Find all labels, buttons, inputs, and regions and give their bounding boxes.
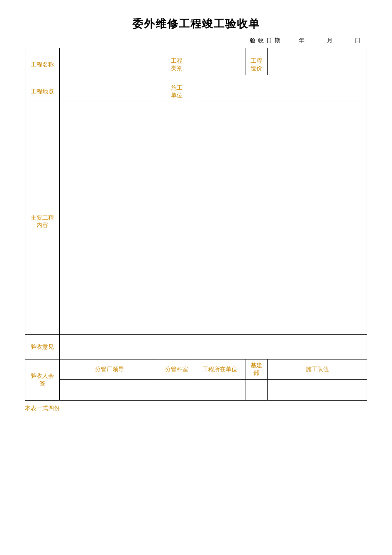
date-year: 年 bbox=[299, 37, 307, 44]
value-sign-dept[interactable] bbox=[159, 380, 194, 401]
table-row-acceptance-opinion: 验收意见 bbox=[25, 335, 367, 359]
page-title: 委外维修工程竣工验收单 bbox=[25, 17, 367, 31]
date-row: 验收日期 年 月 日 bbox=[25, 37, 367, 44]
table-row-sign-header: 验收人会 签 分管厂领导 分管科室 工程所在单位 基建部 施工队伍 bbox=[25, 359, 367, 380]
label-sign-jijian: 基建部 bbox=[246, 359, 267, 380]
page: 委外维修工程竣工验收单 验收日期 年 月 日 工程名称 工程 类别 工 bbox=[0, 0, 392, 555]
value-project-type[interactable] bbox=[194, 48, 246, 75]
label-acceptance-opinion: 验收意见 bbox=[25, 335, 60, 359]
table-row-project-name: 工程名称 工程 类别 工程 造价 bbox=[25, 48, 367, 75]
value-construction-unit[interactable] bbox=[194, 75, 367, 102]
label-sign: 验收人会 签 bbox=[25, 359, 60, 401]
label-construction-unit: 施工 单位 bbox=[159, 75, 194, 102]
label-sign-factory-leader: 分管厂领导 bbox=[60, 359, 159, 380]
table-row-project-location: 工程地点 施工 单位 bbox=[25, 75, 367, 102]
value-project-cost[interactable] bbox=[268, 48, 367, 75]
table-row-sign-values bbox=[25, 380, 367, 401]
value-acceptance-opinion[interactable] bbox=[60, 335, 367, 359]
value-project-location[interactable] bbox=[60, 75, 159, 102]
label-sign-project-unit: 工程所在单位 bbox=[194, 359, 246, 380]
label-project-location: 工程地点 bbox=[25, 75, 60, 102]
value-sign-factory-leader[interactable] bbox=[60, 380, 159, 401]
main-table: 工程名称 工程 类别 工程 造价 工程地点 bbox=[25, 48, 367, 401]
value-project-name[interactable] bbox=[60, 48, 159, 75]
date-month: 月 bbox=[327, 37, 335, 44]
footer-note: 本表一式四份 bbox=[25, 405, 367, 412]
value-sign-project-unit[interactable] bbox=[194, 380, 246, 401]
label-main-content: 主要工程 内容 bbox=[25, 102, 60, 335]
value-sign-construction-team[interactable] bbox=[268, 380, 367, 401]
date-label: 验收日期 bbox=[250, 37, 283, 44]
label-sign-dept: 分管科室 bbox=[159, 359, 194, 380]
table-row-main-content: 主要工程 内容 bbox=[25, 102, 367, 335]
label-project-name: 工程名称 bbox=[25, 48, 60, 75]
date-day: 日 bbox=[355, 37, 363, 44]
value-sign-jijian[interactable] bbox=[246, 380, 267, 401]
value-main-content[interactable] bbox=[60, 102, 367, 335]
label-project-cost: 工程 造价 bbox=[246, 48, 267, 75]
label-sign-construction-team: 施工队伍 bbox=[268, 359, 367, 380]
label-project-type: 工程 类别 bbox=[159, 48, 194, 75]
